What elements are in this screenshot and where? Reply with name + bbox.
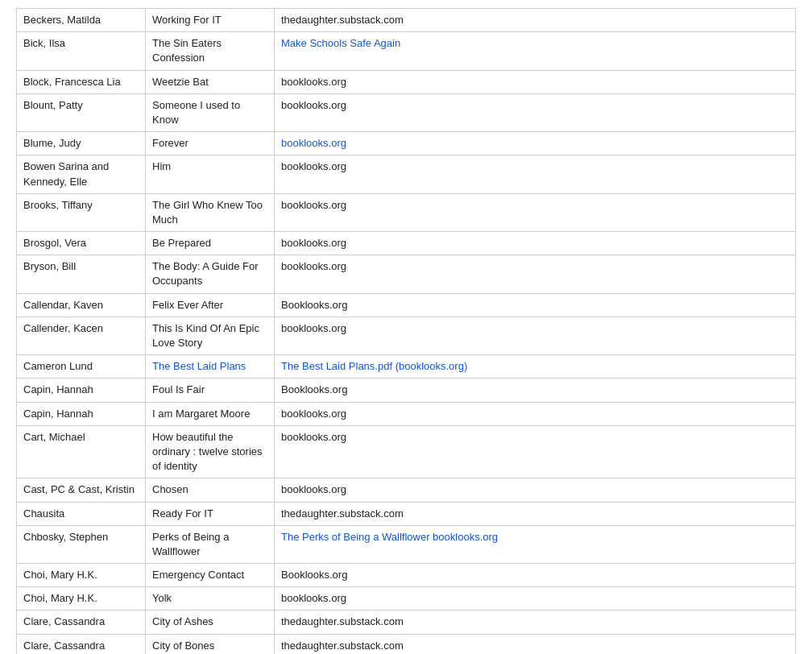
table-row: Clare, CassandraCity of Ashesthedaughter… bbox=[17, 611, 796, 634]
title-cell: Perks of Being a Wallflower bbox=[146, 525, 275, 563]
source-cell: booklooks.org bbox=[275, 70, 796, 93]
table-row: Bick, IlsaThe Sin Eaters ConfessionMake … bbox=[17, 32, 796, 70]
author-cell: Brosgol, Vera bbox=[17, 232, 146, 255]
author-cell: Bowen Sarina and Kennedy, Elle bbox=[17, 155, 146, 193]
author-cell: Capin, Hannah bbox=[17, 402, 146, 425]
table-row: Choi, Mary H.K.Emergency ContactBooklook… bbox=[17, 564, 796, 587]
title-cell: Someone I used to Know bbox=[146, 93, 275, 131]
title-cell: Forever bbox=[146, 132, 275, 155]
title-cell: Foul Is Fair bbox=[146, 379, 275, 402]
source-link[interactable]: The Perks of Being a Wallflower booklook… bbox=[281, 531, 498, 543]
source-link[interactable]: The Best Laid Plans.pdf (booklooks.org) bbox=[281, 360, 467, 372]
author-cell: Bryson, Bill bbox=[17, 255, 146, 293]
source-cell: booklooks.org bbox=[275, 255, 796, 293]
author-cell: Blume, Judy bbox=[17, 132, 146, 155]
source-cell[interactable]: The Perks of Being a Wallflower booklook… bbox=[275, 525, 796, 563]
table-row: Cast, PC & Cast, KristinChosenbooklooks.… bbox=[17, 478, 796, 502]
author-cell: Cast, PC & Cast, Kristin bbox=[17, 478, 146, 502]
title-cell: Ready For IT bbox=[146, 502, 275, 525]
title-link[interactable]: The Best Laid Plans bbox=[152, 360, 246, 372]
source-cell: Booklooks.org bbox=[275, 293, 796, 317]
table-row: Chbosky, StephenPerks of Being a Wallflo… bbox=[17, 525, 796, 563]
title-cell: Weetzie Bat bbox=[146, 70, 275, 93]
author-cell: Cart, Michael bbox=[17, 425, 146, 478]
author-cell: Block, Francesca Lia bbox=[17, 70, 146, 93]
title-cell: Him bbox=[146, 155, 275, 193]
author-cell: Choi, Mary H.K. bbox=[17, 587, 146, 611]
title-cell[interactable]: The Best Laid Plans bbox=[146, 355, 275, 379]
title-cell: I am Margaret Moore bbox=[146, 402, 275, 425]
table-row: Block, Francesca LiaWeetzie Batbooklooks… bbox=[17, 70, 796, 93]
author-cell: Chbosky, Stephen bbox=[17, 525, 146, 563]
source-cell: thedaughter.substack.com bbox=[275, 9, 796, 32]
table-row: ChausitaReady For ITthedaughter.substack… bbox=[17, 502, 796, 525]
table-row: Brosgol, VeraBe Preparedbooklooks.org bbox=[17, 232, 796, 255]
title-cell: Felix Ever After bbox=[146, 293, 275, 317]
title-cell: Emergency Contact bbox=[146, 564, 275, 587]
source-cell: Booklooks.org bbox=[275, 564, 796, 587]
author-cell: Cameron Lund bbox=[17, 355, 146, 379]
table-row: Brooks, TiffanyThe Girl Who Knew Too Muc… bbox=[17, 193, 796, 231]
author-cell: Callendar, Kaven bbox=[17, 293, 146, 317]
author-cell: Callender, Kacen bbox=[17, 317, 146, 354]
source-cell: thedaughter.substack.com bbox=[275, 502, 796, 525]
source-cell: booklooks.org bbox=[275, 317, 796, 354]
source-cell: booklooks.org bbox=[275, 587, 796, 611]
table-row: Capin, HannahFoul Is FairBooklooks.org bbox=[17, 379, 796, 402]
author-cell: Chausita bbox=[17, 502, 146, 525]
author-cell: Brooks, Tiffany bbox=[17, 193, 146, 231]
source-cell: booklooks.org bbox=[275, 402, 796, 425]
table-row: Blount, PattySomeone I used to Knowbookl… bbox=[17, 93, 796, 131]
author-cell: Bick, Ilsa bbox=[17, 32, 146, 70]
table-row: Cart, MichaelHow beautiful the ordinary … bbox=[17, 425, 796, 478]
source-cell[interactable]: Make Schools Safe Again bbox=[275, 32, 796, 70]
title-cell: City of Bones bbox=[146, 634, 275, 654]
table-row: Beckers, MatildaWorking For ITthedaughte… bbox=[17, 9, 796, 32]
source-cell: thedaughter.substack.com bbox=[275, 611, 796, 634]
source-cell: booklooks.org bbox=[275, 155, 796, 193]
title-cell: Chosen bbox=[146, 478, 275, 502]
source-cell: Booklooks.org bbox=[275, 379, 796, 402]
source-link[interactable]: booklooks.org bbox=[281, 137, 346, 149]
table-row: Bryson, BillThe Body: A Guide For Occupa… bbox=[17, 255, 796, 293]
title-cell: This Is Kind Of An Epic Love Story bbox=[146, 317, 275, 354]
title-cell: The Body: A Guide For Occupants bbox=[146, 255, 275, 293]
title-cell: Be Prepared bbox=[146, 232, 275, 255]
source-cell: booklooks.org bbox=[275, 232, 796, 255]
source-cell: booklooks.org bbox=[275, 93, 796, 131]
table-row: Callender, KacenThis Is Kind Of An Epic … bbox=[17, 317, 796, 354]
table-row: Cameron LundThe Best Laid PlansThe Best … bbox=[17, 355, 796, 379]
title-cell: Working For IT bbox=[146, 9, 275, 32]
books-table: Beckers, MatildaWorking For ITthedaughte… bbox=[16, 8, 796, 654]
title-cell: City of Ashes bbox=[146, 611, 275, 634]
table-row: Clare, CassandraCity of Bonesthedaughter… bbox=[17, 634, 796, 654]
source-cell: thedaughter.substack.com bbox=[275, 634, 796, 654]
title-cell: The Girl Who Knew Too Much bbox=[146, 193, 275, 231]
main-container: Beckers, MatildaWorking For ITthedaughte… bbox=[0, 0, 812, 654]
table-row: Blume, JudyForeverbooklooks.org bbox=[17, 132, 796, 155]
source-link[interactable]: Make Schools Safe Again bbox=[281, 37, 400, 49]
title-cell: Yolk bbox=[146, 587, 275, 611]
source-cell: booklooks.org bbox=[275, 478, 796, 502]
author-cell: Beckers, Matilda bbox=[17, 9, 146, 32]
source-cell[interactable]: The Best Laid Plans.pdf (booklooks.org) bbox=[275, 355, 796, 379]
table-row: Capin, HannahI am Margaret Moorebooklook… bbox=[17, 402, 796, 425]
author-cell: Clare, Cassandra bbox=[17, 634, 146, 654]
table-row: Callendar, KavenFelix Ever AfterBooklook… bbox=[17, 293, 796, 317]
source-cell: booklooks.org bbox=[275, 425, 796, 478]
author-cell: Blount, Patty bbox=[17, 93, 146, 131]
table-row: Choi, Mary H.K.Yolkbooklooks.org bbox=[17, 587, 796, 611]
title-cell: How beautiful the ordinary : twelve stor… bbox=[146, 425, 275, 478]
author-cell: Capin, Hannah bbox=[17, 379, 146, 402]
source-cell[interactable]: booklooks.org bbox=[275, 132, 796, 155]
source-cell: booklooks.org bbox=[275, 193, 796, 231]
author-cell: Clare, Cassandra bbox=[17, 611, 146, 634]
title-cell: The Sin Eaters Confession bbox=[146, 32, 275, 70]
table-row: Bowen Sarina and Kennedy, ElleHimbookloo… bbox=[17, 155, 796, 193]
author-cell: Choi, Mary H.K. bbox=[17, 564, 146, 587]
